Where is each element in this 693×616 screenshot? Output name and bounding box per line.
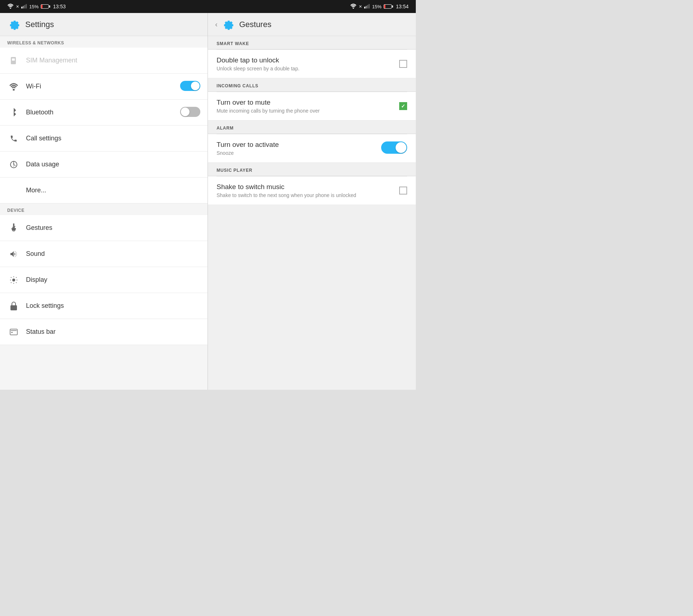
double-tap-content: Double tap to unlock Unlock sleep screen… [217, 56, 393, 71]
wifi-toggle-switch[interactable] [180, 81, 200, 91]
back-arrow-icon[interactable]: ‹ [215, 20, 218, 29]
svg-point-12 [13, 88, 14, 90]
turn-over-mute-title: Turn over to mute [217, 99, 393, 106]
turn-over-activate-subtitle: Snooze [217, 150, 375, 156]
wifi-label: Wi-Fi [26, 83, 180, 90]
double-tap-subtitle: Unlock sleep screen by a double tap. [217, 66, 393, 71]
alarm-header: ALARM [208, 121, 416, 134]
turn-over-mute-item[interactable]: Turn over to mute Mute incoming calls by… [208, 92, 416, 121]
battery-percent-right: 15% [372, 4, 382, 9]
time-left: 13:53 [53, 4, 66, 9]
battery-percent-left: 15% [29, 4, 39, 9]
turn-over-activate-content: Turn over to activate Snooze [217, 141, 375, 156]
status-bar-right: ✕ 15% 13:54 [350, 4, 409, 10]
gestures-item[interactable]: Gestures [0, 215, 208, 241]
data-usage-item[interactable]: Data usage [0, 152, 208, 178]
sound-item[interactable]: Sound [0, 241, 208, 267]
turn-over-activate-title: Turn over to activate [217, 141, 375, 149]
lock-settings-item[interactable]: Lock settings [0, 293, 208, 319]
sim-management-item[interactable]: SIM Management [0, 48, 208, 74]
shake-music-content: Shake to switch music Shake to switch to… [217, 183, 393, 198]
turn-over-mute-subtitle: Mute incoming calls by turning the phone… [217, 108, 393, 114]
bluetooth-icon [7, 106, 20, 119]
turn-over-activate-toggle-knob [396, 142, 406, 153]
svg-rect-8 [367, 5, 368, 8]
svg-rect-6 [364, 6, 365, 8]
svg-point-5 [353, 8, 354, 9]
double-tap-item[interactable]: Double tap to unlock Unlock sleep screen… [208, 50, 416, 78]
sim-management-label: SIM Management [26, 57, 200, 64]
turn-over-activate-toggle[interactable] [381, 141, 407, 155]
turn-over-activate-toggle-switch[interactable] [381, 141, 407, 154]
turn-over-mute-checkbox[interactable] [399, 102, 407, 110]
wifi-settings-icon [7, 80, 20, 93]
lock-icon [7, 300, 20, 313]
svg-rect-9 [369, 4, 370, 8]
sound-label: Sound [26, 250, 200, 258]
data-usage-icon [7, 158, 20, 171]
turn-over-mute-content: Turn over to mute Mute incoming calls by… [217, 99, 393, 114]
bluetooth-toggle[interactable] [180, 107, 200, 118]
statusbar-icon [7, 326, 20, 338]
bluetooth-toggle-switch[interactable] [180, 107, 200, 117]
wifi-icon-left [7, 4, 14, 10]
call-settings-item[interactable]: Call settings [0, 126, 208, 152]
svg-rect-2 [23, 6, 24, 8]
battery-icon-left [41, 4, 49, 9]
bluetooth-label: Bluetooth [26, 109, 180, 116]
status-bar-item[interactable]: Status bar [0, 319, 208, 345]
incoming-calls-header: INCOMING CALLS [208, 78, 416, 92]
svg-rect-7 [366, 6, 367, 8]
bluetooth-toggle-knob [181, 108, 189, 116]
svg-rect-1 [21, 6, 22, 8]
svg-point-0 [10, 8, 11, 9]
wifi-icon-right [350, 4, 357, 10]
display-icon [7, 274, 20, 287]
status-bar-left: ✕ 15% 13:53 [7, 4, 66, 10]
display-label: Display [26, 276, 200, 284]
battery-icon-right [384, 4, 392, 9]
shake-music-title: Shake to switch music [217, 183, 393, 191]
gestures-title: Gestures [239, 20, 271, 29]
turn-over-mute-checkbox-box[interactable] [399, 102, 407, 110]
svg-rect-11 [12, 58, 15, 61]
signal-x-right: ✕ [359, 4, 362, 9]
wifi-item[interactable]: Wi-Fi [0, 74, 208, 100]
double-tap-checkbox-box[interactable] [399, 60, 407, 68]
right-panel: ‹ Gestures SMART WAKE Double tap to unlo… [208, 13, 416, 390]
gestures-gear-icon [221, 18, 234, 31]
shake-music-checkbox-box[interactable] [399, 187, 407, 195]
device-section-header: DEVICE [0, 204, 208, 215]
gestures-header: ‹ Gestures [208, 13, 416, 36]
status-bar: ✕ 15% 13:53 ✕ [0, 0, 416, 13]
sim-icon [7, 54, 20, 67]
settings-header: Settings [0, 13, 208, 36]
status-bar-label: Status bar [26, 328, 200, 336]
lock-settings-label: Lock settings [26, 302, 200, 310]
smart-wake-header: SMART WAKE [208, 36, 416, 49]
gestures-icon [7, 222, 20, 235]
main-content: Settings WIRELESS & NETWORKS SIM Managem… [0, 13, 416, 390]
left-panel: Settings WIRELESS & NETWORKS SIM Managem… [0, 13, 208, 390]
display-item[interactable]: Display [0, 267, 208, 293]
music-player-header: MUSIC PLAYER [208, 163, 416, 176]
sound-icon [7, 248, 20, 261]
svg-rect-4 [26, 4, 27, 8]
wifi-toggle[interactable] [180, 81, 200, 92]
settings-gear-icon [7, 18, 20, 31]
wireless-section-header: WIRELESS & NETWORKS [0, 36, 208, 48]
double-tap-title: Double tap to unlock [217, 56, 393, 64]
shake-music-subtitle: Shake to switch to the next song when yo… [217, 192, 393, 198]
svg-marker-17 [11, 332, 13, 333]
bluetooth-item[interactable]: Bluetooth [0, 100, 208, 126]
double-tap-checkbox[interactable] [399, 60, 407, 68]
more-label: More... [26, 187, 200, 194]
settings-title: Settings [25, 20, 54, 29]
turn-over-activate-item[interactable]: Turn over to activate Snooze [208, 134, 416, 163]
gestures-label: Gestures [26, 224, 200, 232]
call-settings-label: Call settings [26, 135, 200, 142]
shake-music-checkbox[interactable] [399, 187, 407, 195]
more-item[interactable]: More... [0, 178, 208, 204]
svg-point-13 [12, 279, 15, 281]
shake-music-item[interactable]: Shake to switch music Shake to switch to… [208, 176, 416, 205]
